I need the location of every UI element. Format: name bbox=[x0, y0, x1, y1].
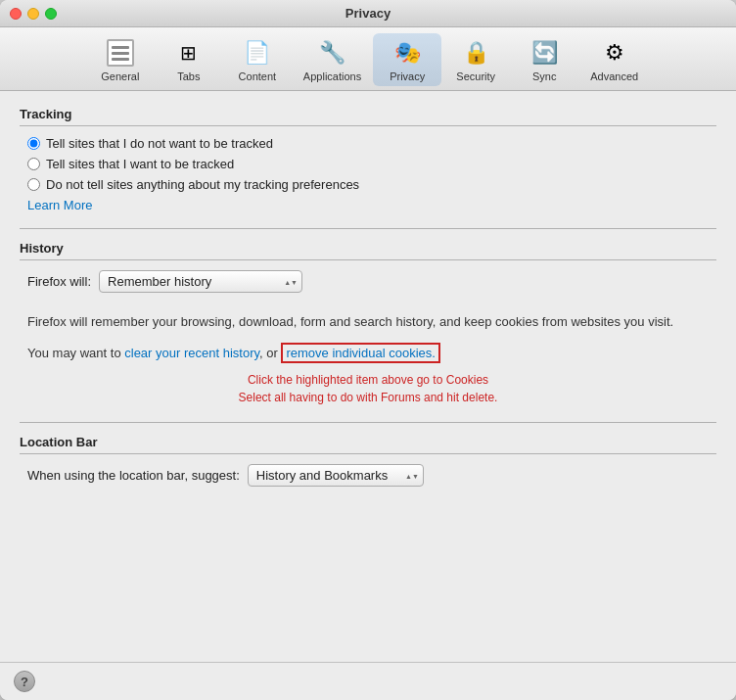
toolbar-label-applications: Applications bbox=[303, 70, 361, 82]
bottom-bar: ? bbox=[0, 662, 736, 700]
toolbar-item-advanced[interactable]: ⚙ Advanced bbox=[578, 33, 650, 86]
tabs-icon: ⊞ bbox=[173, 37, 205, 69]
toolbar-item-general[interactable]: General bbox=[86, 33, 155, 86]
maximize-button[interactable] bbox=[45, 8, 57, 20]
toolbar-label-content: Content bbox=[239, 70, 277, 82]
remove-cookies-link[interactable]: remove individual cookies. bbox=[281, 343, 439, 363]
toolbar-item-privacy[interactable]: 🎭 Privacy bbox=[373, 33, 441, 86]
toolbar-label-sync: Sync bbox=[532, 70, 556, 82]
links-middle: , or bbox=[259, 346, 281, 360]
content-area: Tracking Tell sites that I do not want t… bbox=[0, 91, 736, 662]
location-bar-label: When using the location bar, suggest: bbox=[27, 468, 240, 483]
history-select-wrapper: Remember history Never remember history … bbox=[99, 270, 302, 293]
history-title: History bbox=[20, 241, 716, 260]
close-button[interactable] bbox=[10, 8, 22, 20]
toolbar-item-security[interactable]: 🔒 Security bbox=[441, 33, 510, 86]
firefox-will-label: Firefox will: bbox=[27, 274, 91, 289]
divider-1 bbox=[20, 228, 716, 229]
clear-history-link[interactable]: clear your recent history bbox=[124, 346, 259, 360]
history-section: History Firefox will: Remember history N… bbox=[20, 241, 716, 406]
toolbar-label-privacy: Privacy bbox=[390, 70, 425, 82]
minimize-button[interactable] bbox=[27, 8, 39, 20]
hint-text: Click the highlighted item above go to C… bbox=[27, 371, 709, 406]
security-icon: 🔒 bbox=[460, 37, 491, 69]
radio-no-pref[interactable]: Do not tell sites anything about my trac… bbox=[27, 177, 716, 192]
tracking-section: Tracking Tell sites that I do not want t… bbox=[20, 107, 716, 212]
toolbar-label-general: General bbox=[101, 70, 139, 82]
location-bar-row: When using the location bar, suggest: Hi… bbox=[20, 464, 716, 487]
sync-icon: 🔄 bbox=[529, 37, 560, 69]
tracking-options: Tell sites that I do not want to be trac… bbox=[20, 136, 716, 192]
location-bar-section: Location Bar When using the location bar… bbox=[20, 435, 716, 487]
toolbar-item-content[interactable]: 📄 Content bbox=[223, 33, 292, 86]
radio-do-track[interactable]: Tell sites that I want to be tracked bbox=[27, 157, 716, 171]
radio-no-track[interactable]: Tell sites that I do not want to be trac… bbox=[27, 136, 716, 151]
toolbar-item-tabs[interactable]: ⊞ Tabs bbox=[155, 33, 223, 86]
advanced-icon: ⚙ bbox=[599, 37, 630, 69]
main-window: Privacy General ⊞ Tabs 📄 Content 🔧 Appli… bbox=[0, 0, 736, 700]
toolbar-item-sync[interactable]: 🔄 Sync bbox=[510, 33, 578, 86]
hint-line2: Select all having to do with Forums and … bbox=[239, 391, 498, 404]
radio-do-track-input[interactable] bbox=[27, 158, 40, 170]
radio-do-track-label: Tell sites that I want to be tracked bbox=[46, 157, 234, 171]
privacy-icon: 🎭 bbox=[391, 37, 423, 69]
toolbar: General ⊞ Tabs 📄 Content 🔧 Applications … bbox=[0, 27, 736, 91]
traffic-lights bbox=[10, 8, 57, 20]
radio-no-pref-input[interactable] bbox=[27, 178, 40, 191]
history-description: Firefox will remember your browsing, dow… bbox=[27, 312, 709, 332]
tracking-title: Tracking bbox=[20, 107, 716, 126]
toolbar-label-security: Security bbox=[456, 70, 495, 82]
radio-no-pref-label: Do not tell sites anything about my trac… bbox=[46, 177, 359, 192]
toolbar-label-tabs: Tabs bbox=[177, 70, 200, 82]
history-description-text: Firefox will remember your browsing, dow… bbox=[27, 314, 673, 329]
location-select-wrapper: History and Bookmarks History Bookmarks … bbox=[248, 464, 424, 487]
divider-2 bbox=[20, 422, 716, 423]
hint-line1: Click the highlighted item above go to C… bbox=[248, 373, 488, 387]
radio-no-track-label: Tell sites that I do not want to be trac… bbox=[46, 136, 273, 151]
radio-no-track-input[interactable] bbox=[27, 137, 40, 150]
location-dropdown[interactable]: History and Bookmarks History Bookmarks … bbox=[248, 464, 424, 487]
history-row: Firefox will: Remember history Never rem… bbox=[20, 270, 716, 293]
history-dropdown[interactable]: Remember history Never remember history … bbox=[99, 270, 302, 293]
content-icon: 📄 bbox=[242, 37, 273, 69]
title-bar: Privacy bbox=[0, 0, 736, 27]
window-title: Privacy bbox=[345, 6, 391, 21]
learn-more-link[interactable]: Learn More bbox=[20, 198, 92, 212]
applications-icon: 🔧 bbox=[317, 37, 348, 69]
links-prefix: You may want to bbox=[27, 346, 124, 360]
toolbar-label-advanced: Advanced bbox=[590, 70, 638, 82]
toolbar-item-applications[interactable]: 🔧 Applications bbox=[292, 33, 373, 86]
location-bar-title: Location Bar bbox=[20, 435, 716, 454]
help-button[interactable]: ? bbox=[14, 671, 35, 692]
history-links-text: You may want to clear your recent histor… bbox=[27, 344, 709, 364]
general-icon bbox=[105, 37, 136, 69]
